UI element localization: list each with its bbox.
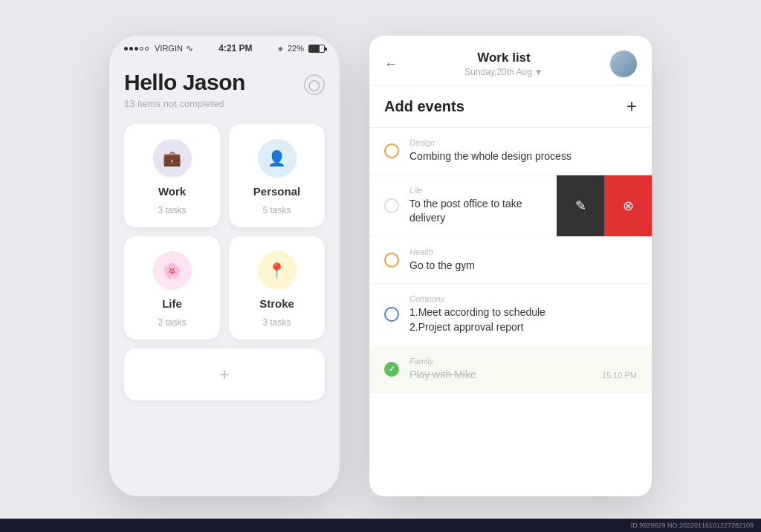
life-label: Life (162, 297, 182, 310)
phone-content: Hello Jason ◯ 13 items not completed 💼 W… (109, 58, 340, 496)
status-bar: VIRGIN ∿ 4:21 PM ⎈ 22% (109, 36, 340, 58)
task-time-family: 15:10 PM (602, 371, 637, 380)
battery-fill (309, 45, 320, 52)
task-category-family: Family (409, 357, 637, 366)
stroke-tasks: 3 tasks (262, 317, 291, 328)
bluetooth-icon: ⎈ (278, 44, 283, 53)
add-icon: + (219, 364, 230, 385)
status-right: ⎈ 22% (278, 44, 325, 53)
watermark-strip: ID:9929629 NO:20220116101227282109 (0, 519, 761, 532)
task-circle-family: ✓ (384, 362, 399, 377)
card-life[interactable]: 🌸 Life 2 tasks (124, 236, 220, 340)
card-stroke[interactable]: 📍 Stroke 3 tasks (229, 236, 325, 340)
subtitle-text: 13 items not completed (124, 98, 325, 109)
chevron-down-icon: ▼ (534, 67, 543, 77)
dot5 (145, 47, 149, 51)
add-category-button[interactable]: + (124, 348, 325, 400)
carrier-label: VIRGIN (155, 44, 183, 53)
right-header: ← Work list Sunday,20th Aug ▼ (369, 36, 652, 85)
panel-title: Work list (464, 51, 543, 65)
personal-label: Personal (253, 185, 300, 198)
family-row: Play with Mike 15:10 PM (409, 368, 637, 383)
add-events-bar: Add events + (369, 85, 652, 128)
task-body-health: Health Go to the gym (409, 247, 637, 273)
edit-icon: ✎ (575, 198, 586, 214)
card-personal[interactable]: 👤 Personal 5 tasks (229, 124, 325, 227)
edit-button[interactable]: ✎ (557, 175, 604, 236)
settings-button[interactable]: ◯ (304, 74, 325, 95)
task-design[interactable]: Design Combing the whole design process (369, 128, 652, 175)
task-body-company: Compony 1.Meet according to schedule 2.P… (409, 294, 637, 334)
task-body-design: Design Combing the whole design process (409, 138, 637, 164)
life-tasks: 2 tasks (158, 317, 186, 328)
status-left: VIRGIN ∿ (124, 43, 193, 53)
watermark-text: ID:9929629 NO:20220116101227282109 (631, 522, 754, 529)
avatar (610, 51, 637, 77)
task-circle-company (384, 307, 399, 322)
task-category-life: Life (409, 186, 557, 195)
task-body-family: Family Play with Mike 15:10 PM (409, 357, 637, 383)
task-list: Design Combing the whole design process … (369, 128, 652, 496)
life-icon: 🌸 (153, 251, 192, 290)
task-category-company: Compony (409, 294, 637, 303)
task-text-life: To the post office to take delivery (409, 197, 557, 226)
category-grid: 💼 Work 3 tasks 👤 Personal 5 tasks 🌸 Life… (124, 124, 325, 400)
greeting-row: Hello Jason ◯ (124, 70, 325, 95)
work-label: Work (158, 185, 186, 198)
task-text-design: Combing the whole design process (409, 149, 637, 164)
work-tasks: 3 tasks (158, 205, 186, 215)
task-text-health: Go to the gym (409, 259, 637, 273)
card-work[interactable]: 💼 Work 3 tasks (124, 124, 220, 227)
check-icon: ✓ (389, 365, 395, 373)
greeting-title: Hello Jason (124, 70, 245, 95)
task-text-company: 1.Meet according to schedule 2.Project a… (409, 305, 637, 334)
personal-tasks: 5 tasks (262, 205, 291, 215)
stroke-icon: 📍 (258, 251, 297, 290)
work-icon: 💼 (153, 139, 192, 178)
header-date: Sunday,20th Aug ▼ (464, 67, 543, 77)
battery-percent: 22% (288, 44, 304, 53)
battery-icon (308, 45, 325, 53)
task-category-health: Health (409, 247, 637, 256)
task-company[interactable]: Compony 1.Meet according to schedule 2.P… (369, 284, 652, 346)
back-button[interactable]: ← (384, 56, 398, 72)
left-phone: VIRGIN ∿ 4:21 PM ⎈ 22% Hello Jason ◯ 13 … (109, 36, 340, 496)
settings-icon: ◯ (308, 79, 320, 91)
dot2 (129, 47, 133, 51)
dot1 (124, 47, 128, 51)
signal-dots (124, 47, 149, 51)
delete-button[interactable]: ⊗ (604, 175, 652, 236)
task-circle-design (384, 143, 399, 158)
time-display: 4:21 PM (218, 43, 252, 53)
right-panel: ← Work list Sunday,20th Aug ▼ Add events… (369, 36, 652, 496)
task-family[interactable]: ✓ Family Play with Mike 15:10 PM (369, 346, 652, 394)
add-event-button[interactable]: + (626, 96, 637, 117)
dot4 (140, 47, 143, 51)
wifi-icon: ∿ (186, 43, 193, 53)
stroke-label: Stroke (259, 297, 294, 310)
task-body-life: Life To the post office to take delivery (409, 186, 557, 226)
dot3 (135, 47, 138, 51)
task-text-family: Play with Mike (409, 368, 476, 383)
add-events-label: Add events (384, 98, 464, 115)
task-category-design: Design (409, 138, 637, 147)
task-circle-life (384, 198, 399, 213)
delete-icon: ⊗ (623, 198, 634, 214)
header-center: Work list Sunday,20th Aug ▼ (464, 51, 543, 77)
swipe-actions: ✎ ⊗ (557, 175, 652, 236)
task-health[interactable]: Health Go to the gym (369, 237, 652, 285)
date-text: Sunday,20th Aug (464, 67, 532, 77)
task-circle-health (384, 253, 399, 267)
task-life[interactable]: Life To the post office to take delivery… (369, 175, 652, 237)
personal-icon: 👤 (258, 139, 297, 178)
